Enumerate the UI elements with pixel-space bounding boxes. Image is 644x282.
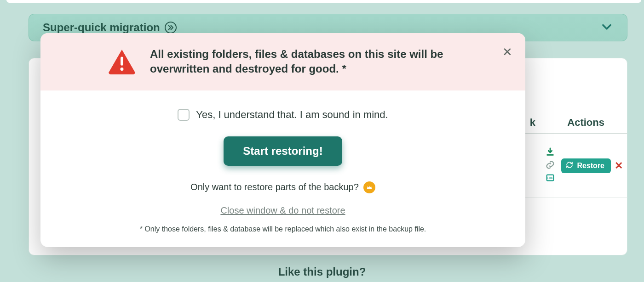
crown-icon[interactable] xyxy=(363,181,375,193)
consent-row[interactable]: Yes, I understand that. I am sound in mi… xyxy=(178,109,388,121)
start-restoring-button[interactable]: Start restoring! xyxy=(224,136,342,166)
consent-checkbox[interactable] xyxy=(178,109,190,121)
svg-rect-2 xyxy=(121,56,123,65)
restore-confirm-modal: All existing folders, files & databases … xyxy=(40,33,525,247)
modal-footnote: * Only those folders, files & database w… xyxy=(59,225,507,233)
consent-label: Yes, I understand that. I am sound in mi… xyxy=(196,109,388,121)
modal-body: Yes, I understand that. I am sound in mi… xyxy=(40,90,525,247)
modal-overlay: All existing folders, files & databases … xyxy=(0,0,644,282)
cancel-close-link[interactable]: Close window & do not restore xyxy=(59,205,507,216)
modal-header: All existing folders, files & databases … xyxy=(40,33,525,90)
modal-warning-title: All existing folders, files & databases … xyxy=(150,47,444,77)
warning-icon xyxy=(108,49,136,76)
close-icon[interactable]: ✕ xyxy=(502,46,512,58)
svg-point-3 xyxy=(121,68,124,71)
partial-restore-row: Only want to restore parts of the backup… xyxy=(190,181,375,193)
partial-restore-text: Only want to restore parts of the backup… xyxy=(190,182,359,192)
